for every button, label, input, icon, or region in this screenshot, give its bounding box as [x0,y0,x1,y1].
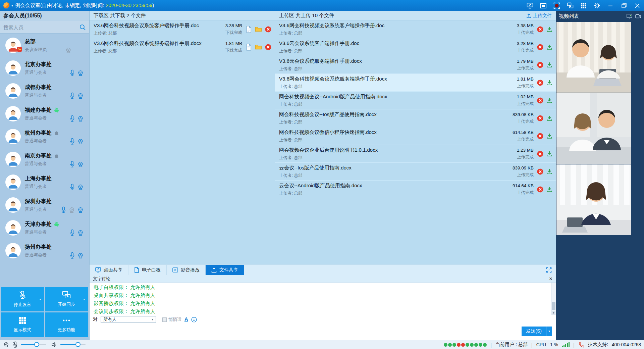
camera-icon[interactable] [77,252,84,259]
upload-file-row[interactable]: 网会科技视频会议--Ios版产品使用指南.docx上传者: 总部 839.08 … [275,109,556,127]
download-file-icon[interactable] [546,62,552,68]
upload-file-row[interactable]: V3.6网会科技视频会议系统客户端操作手册.doc上传者: 总部 3.38 MB… [275,20,556,38]
camera-icon[interactable] [77,115,84,122]
participant-row[interactable]: 扬州办事处 普通与会者 [0,239,89,262]
fullscreen-expand-icon[interactable] [546,267,552,273]
video-thumbnail[interactable] [556,22,631,93]
download-file-icon[interactable] [546,97,552,103]
mic-icon[interactable] [61,206,66,213]
webcam-status-icon[interactable] [3,342,9,348]
sync-screens-icon[interactable] [567,2,574,9]
download-file-icon[interactable] [546,151,552,157]
tab-desktop-share[interactable]: 桌面共享 [90,265,128,275]
speaker-volume-slider[interactable] [60,344,86,345]
close-icon[interactable] [634,2,641,9]
camera-icon[interactable] [77,161,84,168]
download-file-icon[interactable] [546,26,552,32]
delete-file-icon[interactable] [265,26,271,33]
display-mode-button[interactable]: 显示模式 [1,312,44,337]
mic-icon[interactable] [69,184,75,191]
download-file-icon[interactable] [546,168,552,174]
mic-icon[interactable] [69,229,75,236]
open-folder-icon[interactable] [255,26,262,32]
chevron-down-icon[interactable]: ▾ [11,4,13,7]
send-options-arrow[interactable]: ▾ [546,327,552,336]
delete-file-icon[interactable] [537,80,543,86]
download-file-row[interactable]: V3.6网会科技视频会议系统服务端操作手册.docx 上传者: 总部 1.81 … [90,38,275,56]
start-sync-button[interactable]: 开始同步 ▾ [45,287,88,311]
video-thumbnail[interactable] [556,164,631,235]
download-file-row[interactable]: V3.6网会科技视频会议系统客户端操作手册.doc 上传者: 总部 3.38 M… [90,20,275,38]
tab-file-share[interactable]: 文件共享 [206,265,244,275]
mic-volume-slider[interactable] [21,344,46,345]
participant-row[interactable]: 杭州办事处 普通与会者 [0,125,89,148]
speaker-icon[interactable] [51,342,57,348]
more-functions-button[interactable]: 更多功能 [45,312,88,337]
delete-file-icon[interactable] [537,151,543,157]
upload-file-row[interactable]: 网会科技视频会议微信小程序快速指南.docx上传者: 总部 614.58 KB上… [275,127,556,145]
window-mode-icon[interactable] [540,2,547,9]
upload-file-row[interactable]: 云会议--Ios版产品使用指南.docx上传者: 总部 839.09 KB上传完… [275,163,556,181]
camera-off-icon[interactable] [65,47,72,54]
mic-icon[interactable] [69,138,75,145]
scroll-down-icon[interactable]: ▾ [552,311,555,315]
delete-file-icon[interactable] [537,133,543,139]
delete-file-icon[interactable] [537,186,543,193]
mic-icon[interactable] [69,69,75,77]
upload-file-row-selected[interactable]: V3.6网会科技视频会议系统服务端操作手册.docx上传者: 总部 1.81 M… [275,74,556,92]
delete-file-icon[interactable] [537,97,543,104]
participant-row[interactable]: 总部 会议管理员 [0,34,89,57]
camera-icon[interactable] [77,184,84,191]
dropdown-arrow-icon[interactable]: ▾ [83,298,85,301]
upload-file-link[interactable]: 上传文件 [526,13,552,19]
tab-whiteboard[interactable]: 电子白板 [128,265,167,275]
upload-file-row[interactable]: V3.6云会议系统客户端操作手册.doc上传者: 总部 3.28 MB上传完成 [275,38,556,56]
download-file-icon[interactable] [546,115,552,121]
upload-file-row[interactable]: 网会科技视频会议--Android版产品使用指南.docx上传者: 总部 1.0… [275,92,556,109]
participant-row[interactable]: 北京办事处 普通与会者 [0,57,89,80]
delete-file-icon[interactable] [537,62,543,68]
open-folder-icon[interactable] [255,44,262,50]
dropdown-arrow-icon[interactable]: ▾ [39,298,41,301]
search-input[interactable] [3,24,79,30]
delete-file-icon[interactable] [537,26,543,33]
delete-file-icon[interactable] [537,168,543,175]
download-file-icon[interactable] [546,80,552,86]
delete-file-icon[interactable] [537,115,543,121]
camera-icon[interactable] [77,207,84,213]
participant-row[interactable]: 上海办事处 普通与会者 [0,171,89,194]
download-file-icon[interactable] [546,186,552,192]
video-thumbnail[interactable] [556,93,631,164]
upload-file-row[interactable]: 网会视频会议企业后台使用说明书1.0.1.docx上传者: 总部 1.23 MB… [275,145,556,163]
open-file-icon[interactable] [246,44,252,51]
mic-icon[interactable] [69,161,75,168]
minimize-icon[interactable] [607,2,614,9]
tab-media-play[interactable]: 影音播放 [167,265,206,275]
open-file-icon[interactable] [246,26,252,33]
video-camera-icon[interactable] [635,14,641,18]
upload-file-row[interactable]: V3.6云会议系统服务端操作手册.docx上传者: 总部 1.79 MB上传完成 [275,56,556,74]
send-button[interactable]: 发送(S) ▾ [522,327,552,336]
delete-file-icon[interactable] [537,44,543,50]
search-icon[interactable] [79,24,86,31]
camera-icon[interactable] [77,70,84,77]
chat-close-icon[interactable]: × [549,276,552,282]
participant-row[interactable]: 深圳办事处 普通与会者 [0,194,89,216]
camera-icon[interactable] [77,138,84,145]
whisper-option[interactable]: 悄悄话 [162,316,181,322]
grid-icon[interactable] [580,2,587,9]
settings-gear-icon[interactable] [594,2,600,9]
participant-row[interactable]: 南京办事处 普通与会者 [0,148,89,171]
emoji-icon[interactable] [191,317,197,322]
maximize-icon[interactable] [621,2,627,9]
recipient-select[interactable]: 所有人 ▾ [101,316,156,323]
stop-speaking-button[interactable]: 停止发言 ▾ [1,287,44,311]
scrollbar-thumb[interactable] [552,302,555,310]
record-icon[interactable] [553,2,560,9]
whisper-checkbox[interactable] [162,317,167,322]
chat-scrollbar[interactable]: ▾ [551,283,556,315]
mic-icon[interactable] [69,115,75,122]
camera-icon[interactable] [77,230,84,236]
chat-messages[interactable]: 电子白板权限： 允许所有人 桌面共享权限： 允许所有人 影音播放权限： 允许所有… [90,283,556,315]
camera-icon[interactable] [77,93,84,99]
